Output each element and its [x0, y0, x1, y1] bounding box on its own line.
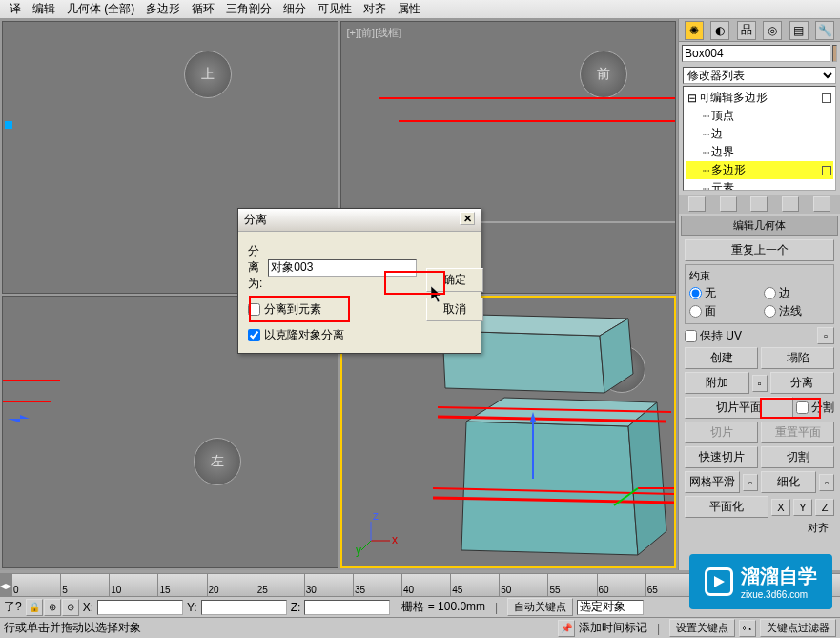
- menu-item-9[interactable]: 属性: [392, 0, 426, 18]
- configure-sets-button[interactable]: [813, 196, 830, 212]
- menu-item-5[interactable]: 三角剖分: [220, 0, 277, 18]
- preserve-uv-checkbox[interactable]: [685, 330, 697, 342]
- menu-item-6[interactable]: 细分: [277, 0, 312, 18]
- y-field[interactable]: [201, 600, 287, 615]
- create-button[interactable]: 创建: [685, 347, 758, 369]
- menu-item-1[interactable]: 编辑: [27, 0, 61, 18]
- snap2-button[interactable]: ⊙: [62, 599, 79, 616]
- dialog-title: 分离: [244, 212, 267, 228]
- remove-modifier-button[interactable]: [782, 196, 799, 212]
- stack-toolbar: [679, 195, 840, 214]
- cut-button[interactable]: 切割: [761, 446, 834, 468]
- snap-button[interactable]: ⊕: [44, 599, 61, 616]
- watermark-brand: 溜溜自学: [741, 564, 817, 589]
- tree-polygon[interactable]: ┈多边形: [686, 161, 833, 179]
- attach-settings-button[interactable]: ▫: [752, 375, 768, 392]
- svg-line-22: [361, 541, 371, 550]
- tree-edge[interactable]: ┈边: [686, 125, 833, 143]
- svg-text:z: z: [373, 509, 379, 523]
- key-filters-button[interactable]: 关键点过滤器: [760, 619, 836, 637]
- constraint-edge[interactable]: 边: [764, 285, 830, 301]
- show-end-result-button[interactable]: [720, 196, 737, 212]
- detach-as-label: 分离为:: [248, 243, 262, 292]
- status-hint-2: 行或单击并拖动以选择对象: [4, 620, 141, 636]
- object-name-field[interactable]: [682, 45, 830, 62]
- key-icon[interactable]: 🗝: [739, 620, 756, 637]
- detach-to-element-label: 分离到元素: [264, 301, 321, 318]
- planarize-z-button[interactable]: Z: [815, 499, 834, 516]
- menu-item-4[interactable]: 循环: [186, 0, 220, 18]
- add-marker-label: 添加时间标记: [579, 620, 647, 636]
- timetag-button[interactable]: 📌: [558, 620, 575, 637]
- viewcube-top[interactable]: 上: [184, 51, 232, 98]
- constraint-face[interactable]: 面: [689, 303, 756, 319]
- menu-item-2[interactable]: 几何体 (全部): [61, 0, 140, 18]
- align-label: 对齐: [685, 521, 834, 535]
- utilities-tab-icon[interactable]: 🔧: [815, 21, 834, 40]
- reset-plane-button: 重置平面: [761, 422, 834, 443]
- dialog-close-button[interactable]: ✕: [460, 212, 475, 225]
- detach-to-element-checkbox[interactable]: [248, 303, 260, 316]
- pin-stack-button[interactable]: [688, 196, 706, 212]
- quick-slice-button[interactable]: 快速切片: [685, 446, 758, 468]
- menu-item-8[interactable]: 对齐: [358, 0, 392, 18]
- key-mode-field[interactable]: [577, 600, 644, 615]
- attach-button[interactable]: 附加: [685, 372, 749, 394]
- slice-plane-button[interactable]: 切片平面: [685, 397, 793, 419]
- split-checkbox[interactable]: [796, 401, 809, 414]
- dialog-ok-button[interactable]: 确定: [426, 268, 483, 292]
- object-color-swatch[interactable]: [832, 45, 837, 62]
- menu-item-3[interactable]: 多边形: [140, 0, 186, 18]
- status-row-2: 行或单击并拖动以选择对象 📌 添加时间标记 | 设置关键点 🗝 关键点过滤器: [0, 617, 840, 638]
- modifier-stack[interactable]: ⊟可编辑多边形 ┈顶点 ┈边 ┈边界 ┈多边形 ┈元素: [683, 86, 836, 191]
- constraint-normal[interactable]: 法线: [764, 303, 830, 319]
- z-label: Z:: [291, 601, 301, 614]
- planarize-x-button[interactable]: X: [771, 499, 790, 516]
- tree-border[interactable]: ┈边界: [686, 143, 833, 161]
- mesh-smooth-settings-button[interactable]: ▫: [743, 474, 758, 491]
- rollout-header-edit-geom[interactable]: 编辑几何体: [681, 216, 838, 236]
- x-label: X:: [83, 601, 93, 614]
- constraint-none[interactable]: 无: [689, 285, 756, 301]
- mesh-smooth-button[interactable]: 网格平滑: [685, 471, 740, 493]
- grid-label: 栅格 = 100.0mm: [401, 599, 485, 615]
- refine-settings-button[interactable]: ▫: [819, 474, 834, 491]
- x-field[interactable]: [97, 600, 183, 615]
- detach-as-input[interactable]: [268, 259, 417, 277]
- modifier-list-dropdown[interactable]: 修改器列表: [683, 67, 836, 84]
- timeline-handle[interactable]: ◂▸: [0, 574, 11, 596]
- detach-button[interactable]: 分离: [770, 372, 835, 394]
- refine-button[interactable]: 细化: [761, 471, 816, 493]
- tree-root[interactable]: ⊟可编辑多边形: [686, 89, 833, 107]
- preserve-uv-label: 保持 UV: [700, 328, 742, 344]
- hierarchy-tab-icon[interactable]: 品: [737, 21, 756, 40]
- svg-text:y: y: [356, 544, 361, 557]
- modify-tab-icon[interactable]: ◐: [710, 21, 729, 40]
- tree-element[interactable]: ┈元素: [686, 179, 833, 191]
- menu-item-0[interactable]: 译: [4, 0, 27, 18]
- watermark-url: zixue.3d66.com: [741, 589, 817, 600]
- display-tab-icon[interactable]: ▤: [789, 21, 809, 40]
- make-unique-button[interactable]: [750, 196, 768, 212]
- motion-tab-icon[interactable]: ◎: [763, 21, 782, 40]
- preserve-uv-settings-button[interactable]: ▫: [817, 327, 834, 344]
- lock-button[interactable]: 🔒: [26, 599, 43, 616]
- slice-button: 切片: [685, 422, 758, 443]
- repeat-last-button[interactable]: 重复上一个: [685, 239, 834, 261]
- set-key-button[interactable]: 设置关键点: [669, 619, 735, 637]
- svg-text:x: x: [392, 533, 398, 546]
- planarize-y-button[interactable]: Y: [793, 499, 812, 516]
- dialog-cancel-button[interactable]: 取消: [426, 298, 483, 321]
- auto-key-button[interactable]: 自动关键点: [507, 598, 573, 616]
- tree-vertex[interactable]: ┈顶点: [686, 107, 833, 125]
- watermark: 溜溜自学 zixue.3d66.com: [689, 554, 832, 609]
- collapse-button[interactable]: 塌陷: [761, 347, 834, 369]
- menu-item-7[interactable]: 可见性: [312, 0, 358, 18]
- detach-as-clone-checkbox[interactable]: [248, 329, 260, 341]
- create-tab-icon[interactable]: ✺: [685, 21, 704, 40]
- constraint-group: 约束 无 边 面 法线: [685, 264, 834, 324]
- menu-bar: 译 编辑 几何体 (全部) 多边形 循环 三角剖分 细分 可见性 对齐 属性: [0, 0, 840, 19]
- z-field[interactable]: [304, 600, 390, 615]
- dialog-titlebar[interactable]: 分离 ✕: [238, 209, 481, 232]
- planarize-button[interactable]: 平面化: [685, 496, 768, 518]
